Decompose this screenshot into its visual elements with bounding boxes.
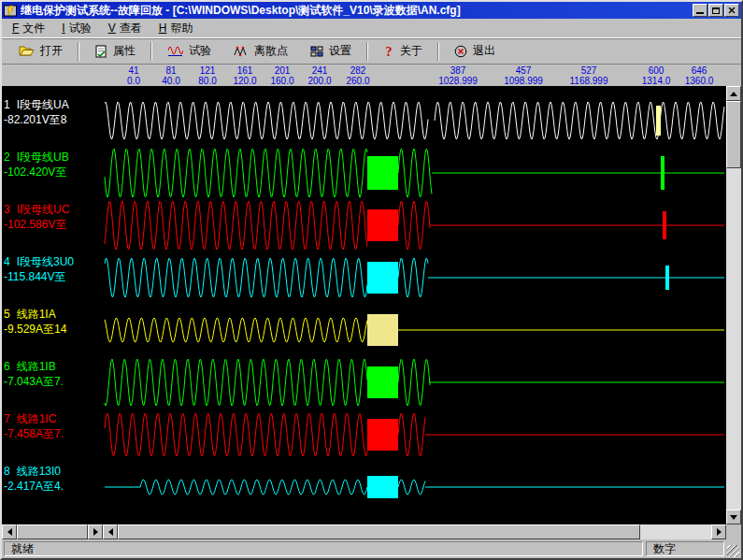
discrete-points-icon: [234, 46, 249, 57]
minimize-icon: [696, 12, 704, 14]
channel-range: -102.420V至: [4, 165, 69, 179]
waveform-trace: [105, 318, 367, 342]
channel-label: 1I段母线UA: [4, 97, 69, 112]
exit-button[interactable]: 退出: [443, 39, 507, 63]
channel-range: -115.844V至: [4, 269, 74, 284]
scroll-right-button[interactable]: [88, 524, 103, 539]
down-arrow-icon: [730, 515, 737, 520]
ruler-tick: 8140.0: [162, 65, 179, 86]
vscroll-track[interactable]: [726, 101, 741, 510]
channel-entry[interactable]: 4I段母线3U0 -115.844V至: [4, 254, 74, 284]
toolbar: 打开 属性 试验 离散点: [2, 37, 741, 64]
ruler-tick: 201160.0: [270, 65, 293, 86]
fault-block: [367, 314, 398, 346]
fault-burst: [665, 266, 669, 290]
hscroll-track[interactable]: [17, 524, 88, 539]
fault-burst: [656, 106, 661, 136]
menu-help[interactable]: H帮助: [150, 19, 202, 38]
waveform-trace: [105, 102, 428, 139]
horizontal-scrollbar-row: [2, 524, 741, 539]
toolbar-separator: [150, 42, 152, 61]
waveform-trace: [398, 201, 430, 250]
channel-panel: 1I段母线UA -82.201V至8 2I段母线UB -102.420V至 3I…: [2, 86, 103, 524]
toolbar-separator: [366, 42, 368, 61]
resize-grip[interactable]: [727, 545, 739, 557]
channel-range: -2.417A至4.: [4, 479, 64, 494]
menu-bar: F文件 I试验 V查看 H帮助: [2, 19, 741, 37]
num-indicator: 数字: [646, 541, 724, 556]
discrete-points-button[interactable]: 离散点: [222, 39, 299, 63]
test-button[interactable]: 试验: [156, 39, 222, 63]
menu-test[interactable]: I试验: [53, 19, 99, 38]
open-folder-icon: [19, 45, 35, 57]
right-arrow-icon: [717, 528, 722, 536]
scroll-up-button[interactable]: [726, 86, 741, 101]
channel-entry[interactable]: 3I段母线UC -102.586V至: [4, 202, 69, 232]
waveform-trace: [398, 149, 432, 197]
main-area: 1I段母线UA -82.201V至8 2I段母线UB -102.420V至 3I…: [2, 86, 741, 524]
title-bar[interactable]: 继电保护测试系统--故障回放 - [C:\WINDOWS\Desktop\测试软…: [2, 2, 741, 19]
ruler-tick: 12180.0: [198, 65, 216, 86]
waveform-area[interactable]: [103, 86, 726, 524]
close-button[interactable]: [724, 4, 739, 17]
vertical-scrollbar[interactable]: [726, 86, 741, 524]
ruler-tick: 3871028.999: [438, 65, 478, 86]
channel-label: 7线路1IC: [4, 411, 64, 426]
app-icon: [4, 5, 17, 17]
waveform-trace: [435, 102, 724, 139]
exit-icon: [454, 45, 467, 58]
hscroll-track[interactable]: [118, 524, 711, 539]
waveform-trace: [398, 413, 425, 456]
channel-range: -9.529A至14: [4, 322, 66, 337]
menu-file[interactable]: F文件: [4, 19, 53, 38]
waveform-scrollbar[interactable]: [103, 524, 726, 539]
channel-entry[interactable]: 8线路13I0 -2.417A至4.: [4, 464, 64, 494]
channel-entry[interactable]: 5线路1IA -9.529A至14: [4, 307, 66, 337]
channel-panel-scrollbar[interactable]: [2, 524, 103, 539]
ruler-tick: 410.0: [127, 65, 140, 86]
left-arrow-icon: [7, 528, 12, 536]
restore-button[interactable]: [708, 4, 723, 17]
channel-entry[interactable]: 1I段母线UA -82.201V至8: [4, 97, 69, 127]
ruler-tick: 282260.0: [346, 65, 369, 86]
channel-entry[interactable]: 2I段母线UB -102.420V至: [4, 150, 69, 179]
restore-icon: [712, 7, 720, 14]
waveform-trace: [105, 258, 367, 297]
channel-label: 5线路1IA: [4, 307, 66, 322]
waveform-canvas[interactable]: [103, 86, 726, 524]
channel-range: -7.043A至7.: [4, 374, 64, 389]
waveform-channel-8: [105, 476, 724, 498]
waveform-trace: [398, 480, 425, 495]
waveform-channel-6: [105, 359, 724, 406]
properties-button[interactable]: 属性: [83, 39, 147, 63]
channel-label: 2I段母线UB: [4, 150, 69, 165]
settings-icon: [310, 46, 323, 57]
channel-entry[interactable]: 6线路1IB -7.043A至7.: [4, 359, 64, 389]
channel-entry[interactable]: 7线路1IC -7.458A至7.: [4, 411, 64, 441]
scroll-left-button[interactable]: [2, 524, 17, 539]
menu-view[interactable]: V查看: [100, 19, 150, 38]
channel-label: 3I段母线UC: [4, 202, 69, 217]
ruler-tick: 4571098.999: [504, 65, 543, 86]
waveform-channel-2: [105, 149, 724, 197]
waveform-trace: [105, 149, 367, 197]
waveform-channel-5: [105, 314, 724, 346]
ruler-tick: 6001314.0: [642, 65, 671, 86]
scroll-right-button[interactable]: [711, 524, 726, 539]
waveform-channel-3: [105, 201, 724, 250]
waveform-channel-1: [105, 102, 724, 139]
fault-block: [367, 419, 398, 451]
minimize-button[interactable]: [693, 4, 707, 17]
waveform-trace: [140, 480, 367, 495]
scroll-left-button[interactable]: [103, 524, 118, 539]
vscroll-thumb[interactable]: [726, 101, 741, 168]
channel-range: -102.586V至: [4, 217, 69, 232]
open-button[interactable]: 打开: [7, 39, 74, 63]
settings-button[interactable]: 设置: [299, 39, 363, 63]
hscroll-thumb[interactable]: [17, 524, 88, 539]
status-bar: 就绪 数字: [2, 539, 741, 558]
scroll-down-button[interactable]: [726, 510, 741, 524]
about-button[interactable]: ? 关于: [372, 39, 434, 63]
fault-block: [367, 366, 398, 398]
hscroll-thumb[interactable]: [118, 524, 640, 539]
